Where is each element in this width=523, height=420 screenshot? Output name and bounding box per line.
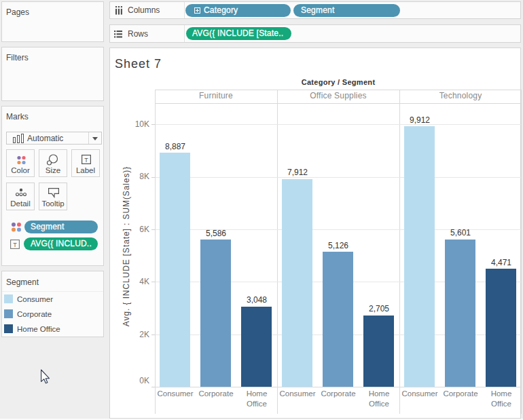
svg-text:T: T bbox=[13, 242, 17, 248]
svg-text:T: T bbox=[84, 157, 88, 164]
